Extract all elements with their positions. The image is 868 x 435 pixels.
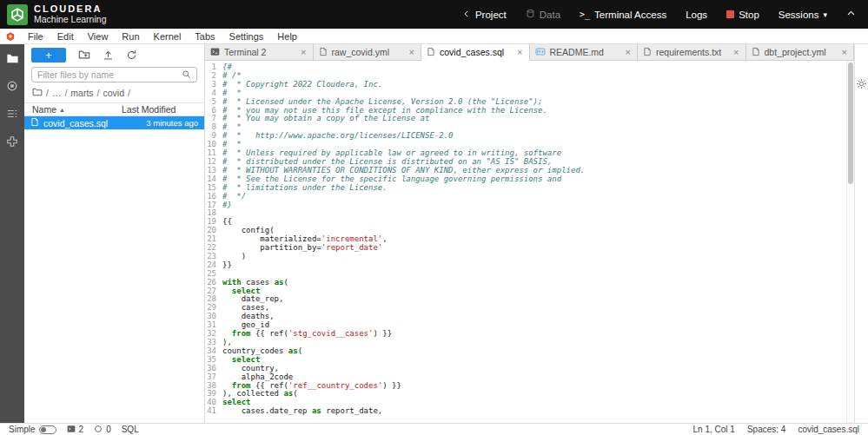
simple-mode: Simple: [9, 425, 56, 434]
scrollbar-thumb[interactable]: [848, 63, 853, 184]
extensions-icon[interactable]: [5, 135, 19, 148]
code-text: ): [222, 253, 854, 261]
code-text: cases.date_rep as report_date,: [222, 407, 854, 416]
file-icon: [319, 47, 328, 58]
terminals-count[interactable]: 2: [67, 425, 84, 435]
menu-run[interactable]: Run: [115, 29, 146, 44]
nav-sessions-label: Sessions: [779, 10, 819, 20]
code-line[interactable]: 23 ): [205, 253, 854, 261]
app-header: CLOUDERA Machine Learning Project Data >…: [0, 0, 868, 29]
database-icon: [526, 9, 535, 20]
menu-help[interactable]: Help: [270, 29, 304, 44]
code-editor[interactable]: 1{#2# /*3# * Copyright 2022 Cloudera, In…: [205, 61, 854, 423]
code-line[interactable]: 3# * Copyright 2022 Cloudera, Inc.: [205, 81, 854, 89]
upload-button[interactable]: [103, 49, 114, 61]
tab-covid-cases-sql[interactable]: covid_cases.sql×: [421, 44, 530, 61]
property-inspector-gear-icon[interactable]: [856, 77, 867, 93]
kernels-count-value: 0: [106, 425, 111, 434]
breadcrumb-segment[interactable]: …: [52, 88, 62, 98]
file-list-header: Name ▲ Last Modified: [24, 102, 204, 116]
code-line[interactable]: 15# * limitations under the License.: [205, 184, 854, 193]
menu-view[interactable]: View: [81, 29, 116, 44]
tab-dbt-project-yml[interactable]: dbt_project.yml×: [746, 44, 855, 60]
arrow-left-icon: [462, 10, 471, 20]
code-line[interactable]: 1{#: [205, 63, 854, 72]
file-row[interactable]: covid_cases.sql3 minutes ago: [24, 116, 204, 129]
code-line[interactable]: 16# */: [205, 193, 854, 201]
close-icon[interactable]: ×: [732, 47, 739, 57]
tab-requirements-txt[interactable]: requirements.txt×: [638, 44, 746, 60]
code-line[interactable]: 39), collected as(: [205, 390, 854, 399]
breadcrumb-segment[interactable]: marts: [70, 88, 93, 98]
tab-raw-covid-yml[interactable]: raw_covid.yml×: [314, 44, 422, 60]
indent-setting[interactable]: Spaces: 4: [747, 425, 785, 434]
close-icon[interactable]: ×: [625, 47, 632, 57]
editor-scrollbar[interactable]: [846, 61, 854, 423]
nav-stop[interactable]: Stop: [726, 10, 759, 20]
code-line[interactable]: 29 cases,: [205, 304, 854, 313]
menu-tabs[interactable]: Tabs: [188, 29, 222, 44]
code-line[interactable]: 24}}: [205, 261, 854, 270]
code-line[interactable]: 41 cases.date_rep as report_date,: [205, 407, 854, 416]
close-icon[interactable]: ×: [300, 47, 307, 57]
new-launcher-button[interactable]: +: [31, 48, 66, 63]
code-line[interactable]: 30 deaths,: [205, 313, 854, 321]
cursor-position[interactable]: Ln 1, Col 1: [693, 425, 735, 434]
nav-data[interactable]: Data: [526, 9, 560, 20]
refresh-button[interactable]: [126, 49, 137, 61]
tab-terminal-2[interactable]: Terminal 2×: [205, 44, 314, 60]
tab-readme-md[interactable]: README.md×: [530, 44, 639, 60]
code-line[interactable]: 34country_codes as(: [205, 347, 854, 356]
menu-edit[interactable]: Edit: [50, 29, 81, 44]
language-mode[interactable]: SQL: [122, 425, 139, 434]
code-line[interactable]: 27 select: [205, 287, 854, 296]
code-line[interactable]: 9# * http://www.apache.org/licenses/LICE…: [205, 132, 854, 141]
simple-mode-toggle[interactable]: [39, 425, 56, 434]
menu-kernel[interactable]: Kernel: [147, 29, 189, 44]
code-line[interactable]: 32 from {{ ref('stg_covid__cases') }}: [205, 330, 854, 339]
table-of-contents-icon[interactable]: [5, 107, 19, 121]
collapse-header-button[interactable]: [846, 9, 856, 20]
code-line[interactable]: 26with cases as(: [205, 279, 854, 287]
menu-file[interactable]: File: [21, 29, 50, 44]
filter-files-input[interactable]: [37, 69, 178, 80]
code-line[interactable]: 18: [205, 209, 854, 218]
nav-project[interactable]: Project: [462, 10, 507, 20]
breadcrumb-segment[interactable]: covid: [103, 88, 125, 98]
terminal-count-icon: [67, 425, 76, 435]
tab-label: dbt_project.yml: [765, 47, 837, 57]
code-text: deaths,: [222, 313, 854, 321]
column-name[interactable]: Name ▲: [32, 104, 122, 115]
code-text: partition_by='report_date': [222, 244, 854, 253]
code-line[interactable]: 7# * You may obtain a copy of the Licens…: [205, 115, 854, 123]
close-icon[interactable]: ×: [408, 47, 415, 57]
code-text: country_codes as(: [222, 347, 854, 356]
nav-logs[interactable]: Logs: [686, 10, 707, 20]
running-sessions-icon[interactable]: [5, 79, 19, 93]
code-line[interactable]: 17#}: [205, 201, 854, 210]
code-line[interactable]: 35 select: [205, 356, 854, 365]
stop-icon: [726, 10, 734, 18]
file-browser-icon[interactable]: [5, 51, 19, 65]
brand[interactable]: CLOUDERA Machine Learning: [7, 4, 106, 25]
menu-settings[interactable]: Settings: [222, 29, 271, 44]
code-line[interactable]: 38 from {{ ref('ref__country_codes') }}: [205, 382, 854, 391]
folder-icon[interactable]: [32, 87, 43, 99]
nav-terminal-access[interactable]: >_ Terminal Access: [580, 10, 666, 20]
file-name: covid_cases.sql: [43, 118, 142, 129]
tab-bar: Terminal 2×raw_covid.yml×covid_cases.sql…: [205, 44, 854, 61]
close-icon[interactable]: ×: [516, 47, 523, 57]
close-icon[interactable]: ×: [841, 47, 848, 57]
code-line[interactable]: 25: [205, 270, 854, 279]
code-line[interactable]: 19{{: [205, 218, 854, 227]
new-folder-button[interactable]: [78, 49, 90, 61]
code-text: # * http://www.apache.org/licenses/LICEN…: [222, 132, 854, 141]
code-line[interactable]: 22 partition_by='report_date': [205, 244, 854, 253]
nav-sessions[interactable]: Sessions ▾: [779, 10, 827, 20]
file-modified: 3 minutes ago: [146, 118, 198, 128]
kernels-count[interactable]: 0: [94, 425, 111, 435]
column-last-modified[interactable]: Last Modified: [122, 104, 196, 115]
code-line[interactable]: 36 country,: [205, 365, 854, 373]
code-line[interactable]: 28 date_rep,: [205, 295, 854, 304]
breadcrumb-separator: /: [128, 88, 130, 98]
